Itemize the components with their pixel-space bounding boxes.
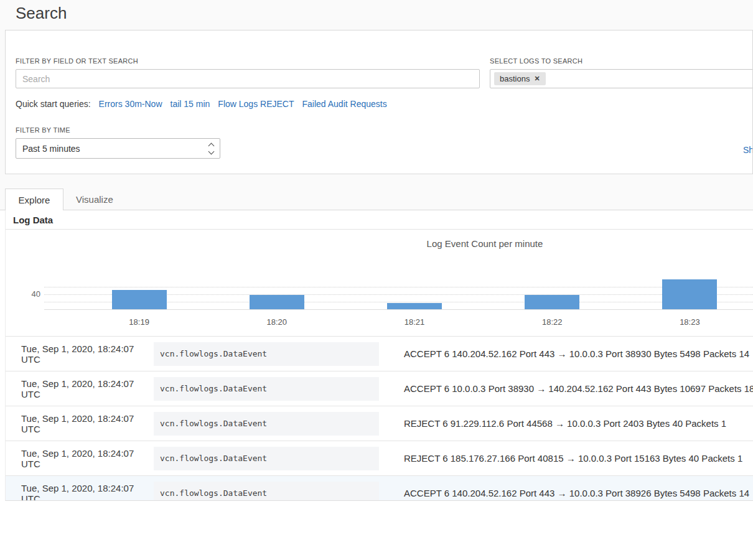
bar-slots bbox=[70, 272, 753, 309]
bar-18:21 bbox=[387, 303, 442, 309]
bar-slot bbox=[484, 272, 621, 309]
search-input[interactable] bbox=[16, 69, 480, 88]
quick-link-tail-15min[interactable]: tail 15 min bbox=[171, 99, 210, 109]
log-message: ACCEPT 6 140.204.52.162 Port 443 → 10.0.… bbox=[404, 348, 749, 359]
quick-link-failed-audit-requests[interactable]: Failed Audit Requests bbox=[302, 99, 386, 109]
log-row[interactable]: Tue, Sep 1, 2020, 18:24:07 UTCvcn.flowlo… bbox=[6, 371, 753, 406]
log-data-title: Log Data bbox=[13, 215, 53, 225]
bar-slot bbox=[208, 272, 345, 309]
log-timestamp: Tue, Sep 1, 2020, 18:24:07 UTC bbox=[21, 343, 154, 365]
log-table: Tue, Sep 1, 2020, 18:24:07 UTCvcn.flowlo… bbox=[6, 336, 753, 501]
log-type: vcn.flowlogs.DataEvent bbox=[154, 412, 379, 436]
filter-by-time-label: FILTER BY TIME bbox=[16, 126, 70, 134]
clipped-show-link[interactable]: Sh bbox=[743, 145, 753, 155]
log-message: REJECT 6 91.229.112.6 Port 44568 → 10.0.… bbox=[404, 418, 726, 429]
x-tick-label: 18:23 bbox=[621, 317, 753, 327]
log-timestamp: Tue, Sep 1, 2020, 18:24:07 UTC bbox=[21, 378, 154, 399]
log-timestamp: Tue, Sep 1, 2020, 18:24:07 UTC bbox=[21, 483, 154, 502]
filter-panel: FILTER BY FIELD OR TEXT SEARCH SELECT LO… bbox=[5, 30, 753, 174]
log-row[interactable]: Tue, Sep 1, 2020, 18:24:07 UTCvcn.flowlo… bbox=[6, 441, 753, 475]
log-message: REJECT 6 185.176.27.166 Port 40815 → 10.… bbox=[404, 453, 742, 464]
log-timestamp: Tue, Sep 1, 2020, 18:24:07 UTC bbox=[21, 413, 154, 434]
bar-18:22 bbox=[525, 295, 579, 309]
log-type: vcn.flowlogs.DataEvent bbox=[154, 447, 379, 470]
bar-18:19 bbox=[112, 290, 167, 309]
log-message: ACCEPT 6 140.204.52.162 Port 443 → 10.0.… bbox=[404, 488, 749, 498]
log-chip: bastions ✕ bbox=[494, 72, 546, 85]
log-type: vcn.flowlogs.DataEvent bbox=[154, 342, 379, 366]
bar-slot bbox=[345, 272, 483, 309]
log-chip-label: bastions bbox=[500, 74, 530, 83]
logging-search-screen: Search FILTER BY FIELD OR TEXT SEARCH SE… bbox=[0, 0, 753, 560]
bar-18:23 bbox=[662, 279, 717, 309]
bar-18:20 bbox=[250, 295, 304, 309]
x-axis-ticks: 18:1918:2018:2118:2218:23 bbox=[70, 317, 753, 327]
log-select-input[interactable]: bastions ✕ bbox=[490, 69, 753, 88]
top-region: Search FILTER BY FIELD OR TEXT SEARCH SE… bbox=[0, 0, 753, 210]
select-logs-label: SELECT LOGS TO SEARCH bbox=[490, 57, 582, 65]
x-tick-label: 18:20 bbox=[208, 317, 345, 327]
x-tick-label: 18:21 bbox=[345, 317, 483, 327]
bar-slot bbox=[70, 272, 208, 309]
log-message: ACCEPT 6 10.0.0.3 Port 38930 → 140.204.5… bbox=[404, 383, 753, 394]
tab-visualize[interactable]: Visualize bbox=[76, 189, 113, 210]
explore-content: Log Data Log Event Count per minute 40 1… bbox=[5, 210, 753, 501]
chart-baseline bbox=[44, 309, 753, 310]
quick-link-flow-logs-reject[interactable]: Flow Logs REJECT bbox=[218, 99, 294, 109]
chart-title: Log Event Count per minute bbox=[427, 238, 543, 249]
log-row[interactable]: Tue, Sep 1, 2020, 18:24:07 UTCvcn.flowlo… bbox=[6, 475, 753, 501]
log-row[interactable]: Tue, Sep 1, 2020, 18:24:07 UTCvcn.flowlo… bbox=[6, 336, 753, 371]
log-type: vcn.flowlogs.DataEvent bbox=[154, 482, 379, 502]
log-type: vcn.flowlogs.DataEvent bbox=[154, 377, 379, 401]
y-axis-tick-label: 40 bbox=[23, 289, 40, 299]
time-range-value: Past 5 minutes bbox=[22, 144, 80, 154]
x-tick-label: 18:19 bbox=[70, 317, 208, 327]
field-search-label: FILTER BY FIELD OR TEXT SEARCH bbox=[16, 57, 138, 65]
chip-remove-icon[interactable]: ✕ bbox=[534, 75, 540, 82]
x-tick-label: 18:22 bbox=[484, 317, 621, 327]
log-timestamp: Tue, Sep 1, 2020, 18:24:07 UTC bbox=[21, 448, 154, 469]
bar-chart: Log Event Count per minute 40 18:1918:20… bbox=[6, 229, 753, 336]
log-row[interactable]: Tue, Sep 1, 2020, 18:24:07 UTCvcn.flowlo… bbox=[6, 406, 753, 441]
time-range-select[interactable]: Past 5 minutes bbox=[16, 138, 220, 159]
quick-start-label: Quick start queries: bbox=[16, 99, 91, 109]
quick-start-queries: Quick start queries: Errors 30m-Now tail… bbox=[16, 99, 387, 109]
tab-explore[interactable]: Explore bbox=[5, 189, 63, 210]
bar-slot bbox=[621, 272, 753, 309]
select-updown-icon bbox=[209, 144, 213, 154]
page-title: Search bbox=[16, 2, 67, 24]
quick-link-errors-30m[interactable]: Errors 30m-Now bbox=[99, 99, 162, 109]
